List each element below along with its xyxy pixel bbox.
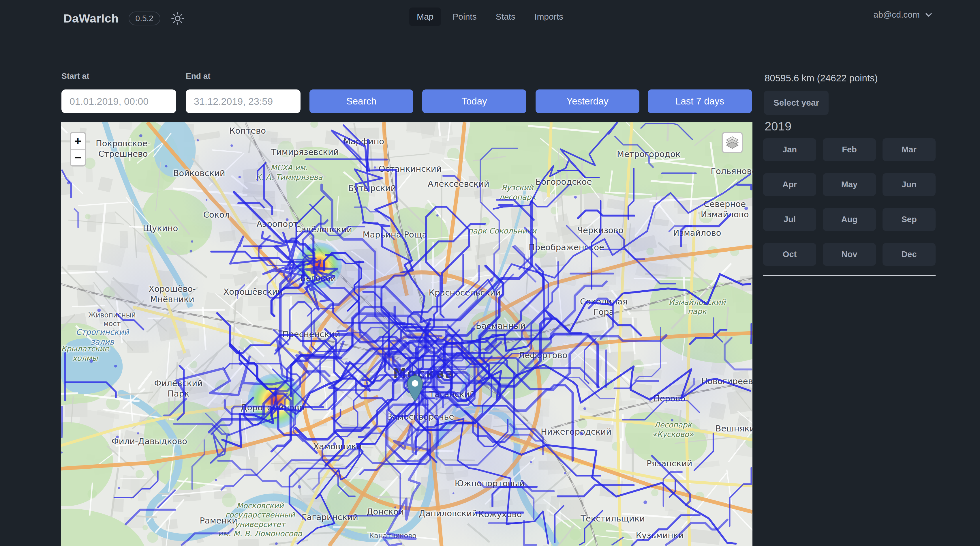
month-dec-button[interactable]: Dec — [883, 243, 935, 266]
theme-toggle-button[interactable] — [170, 11, 185, 26]
version-badge: 0.5.2 — [129, 11, 160, 26]
zoom-in-button[interactable]: + — [71, 133, 85, 149]
sun-icon — [171, 12, 184, 25]
zoom-out-button[interactable]: − — [71, 149, 85, 165]
year-heading: 2019 — [765, 120, 791, 133]
layers-icon — [725, 135, 740, 150]
month-oct-button[interactable]: Oct — [763, 243, 816, 266]
month-aug-button[interactable]: Aug — [823, 208, 876, 231]
end-at-label: End at — [186, 72, 210, 81]
month-may-button[interactable]: May — [823, 173, 876, 196]
yesterday-button[interactable]: Yesterday — [536, 89, 640, 113]
map-canvas[interactable]: КоптевоМарфиноПокровское- СтрешневоТимир… — [61, 122, 752, 546]
end-at-input[interactable] — [186, 89, 301, 113]
month-apr-button[interactable]: Apr — [763, 173, 816, 196]
main-nav: MapPointsStatsImports — [409, 8, 571, 26]
month-mar-button[interactable]: Mar — [883, 138, 935, 161]
month-jan-button[interactable]: Jan — [763, 138, 816, 161]
tab-imports[interactable]: Imports — [527, 8, 571, 26]
month-feb-button[interactable]: Feb — [823, 138, 876, 161]
app-logo[interactable]: DaWarIch — [64, 12, 119, 26]
tab-map[interactable]: Map — [409, 8, 441, 26]
distance-stats: 80595.6 km (24622 points) — [765, 73, 878, 84]
app-header: DaWarIch 0.5.2 MapPointsStatsImports ab@… — [0, 0, 980, 35]
tab-points[interactable]: Points — [445, 8, 484, 26]
layers-control-button[interactable] — [722, 132, 743, 153]
location-marker[interactable] — [406, 375, 424, 403]
select-year-button[interactable]: Select year — [764, 91, 829, 115]
month-jul-button[interactable]: Jul — [763, 208, 816, 231]
account-menu[interactable]: ab@cd.com — [873, 10, 933, 20]
page: { "colors": { "primary": "#5d80e6", "tra… — [0, 0, 980, 546]
last-7-days-button[interactable]: Last 7 days — [648, 89, 752, 113]
sidebar-divider — [763, 275, 935, 276]
map-zoom-control: + − — [70, 132, 86, 166]
tab-stats[interactable]: Stats — [488, 8, 523, 26]
month-nov-button[interactable]: Nov — [823, 243, 876, 266]
today-button[interactable]: Today — [422, 89, 527, 113]
month-grid: JanFebMarAprMayJunJulAugSepOctNovDec — [763, 138, 935, 266]
start-at-input[interactable] — [61, 89, 176, 113]
month-sep-button[interactable]: Sep — [883, 208, 935, 231]
search-button[interactable]: Search — [309, 89, 413, 113]
start-at-label: Start at — [61, 72, 89, 81]
brand: DaWarIch 0.5.2 — [64, 11, 185, 26]
account-email: ab@cd.com — [873, 10, 920, 20]
chevron-down-icon — [924, 10, 933, 19]
month-jun-button[interactable]: Jun — [883, 173, 935, 196]
gps-tracks-layer — [61, 122, 752, 546]
